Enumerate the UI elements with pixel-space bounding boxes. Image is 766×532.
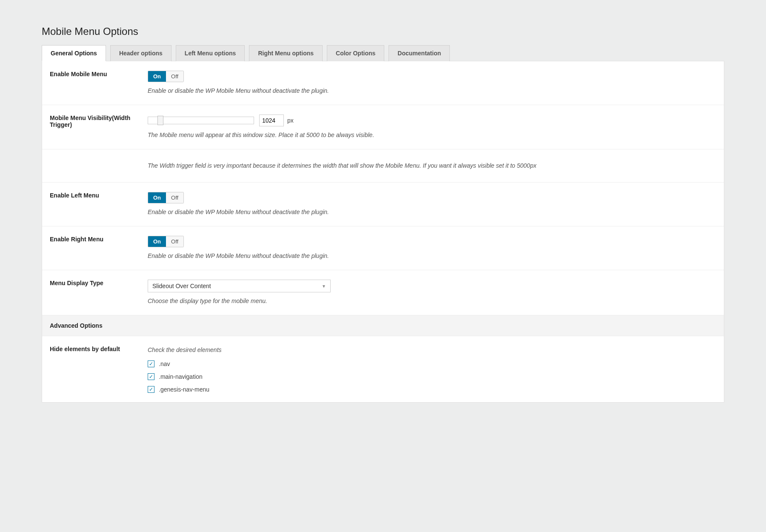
width-trigger-input[interactable] xyxy=(259,114,284,126)
desc-menu-display-type: Choose the display type for the mobile m… xyxy=(148,297,716,306)
toggle-enable-left-menu[interactable]: On Off xyxy=(148,192,184,203)
tab-color-options[interactable]: Color Options xyxy=(327,45,384,61)
field-hide-elements: Check the desired elements ✓ .nav ✓ .mai… xyxy=(148,346,716,393)
toggle-enable-mobile-menu[interactable]: On Off xyxy=(148,71,184,82)
slider-handle[interactable] xyxy=(157,116,163,125)
row-enable-left-menu: Enable Left Menu On Off Enable or disabl… xyxy=(42,183,724,226)
toggle-off[interactable]: Off xyxy=(166,236,183,247)
desc-hide-elements: Check the desired elements xyxy=(148,346,716,355)
width-trigger-slider[interactable] xyxy=(148,117,254,124)
checkbox-row-main-navigation: ✓ .main-navigation xyxy=(148,373,716,380)
field-enable-left-menu: On Off Enable or disable the WP Mobile M… xyxy=(148,192,716,217)
row-enable-right-menu: Enable Right Menu On Off Enable or disab… xyxy=(42,226,724,270)
settings-panel: Enable Mobile Menu On Off Enable or disa… xyxy=(42,61,724,403)
checkbox-label-genesis-nav-menu: .genesis-nav-menu xyxy=(159,386,209,393)
field-width-note: The Width trigger field is very importan… xyxy=(148,161,716,170)
tab-left-menu-options[interactable]: Left Menu options xyxy=(176,45,245,61)
field-enable-mobile-menu: On Off Enable or disable the WP Mobile M… xyxy=(148,71,716,95)
toggle-on[interactable]: On xyxy=(148,236,166,247)
toggle-on[interactable]: On xyxy=(148,192,166,203)
row-width-trigger: Mobile Menu Visibility(Width Trigger) px… xyxy=(42,105,724,149)
checkbox-genesis-nav-menu[interactable]: ✓ xyxy=(148,386,154,393)
tab-general-options[interactable]: General Options xyxy=(42,45,106,61)
row-enable-mobile-menu: Enable Mobile Menu On Off Enable or disa… xyxy=(42,61,724,105)
checkbox-row-nav: ✓ .nav xyxy=(148,360,716,367)
field-width-trigger: px The Mobile menu will appear at this w… xyxy=(148,114,716,140)
menu-display-type-select[interactable]: Slideout Over Content ▼ xyxy=(148,280,331,292)
checkbox-row-genesis-nav-menu: ✓ .genesis-nav-menu xyxy=(148,386,716,393)
tab-documentation[interactable]: Documentation xyxy=(389,45,450,61)
width-note-text: The Width trigger field is very importan… xyxy=(148,161,716,170)
checkbox-main-navigation[interactable]: ✓ xyxy=(148,373,154,380)
checkbox-nav[interactable]: ✓ xyxy=(148,360,154,367)
toggle-on[interactable]: On xyxy=(148,71,166,82)
label-enable-mobile-menu: Enable Mobile Menu xyxy=(50,71,148,95)
toggle-off[interactable]: Off xyxy=(166,71,183,82)
desc-enable-mobile-menu: Enable or disable the WP Mobile Menu wit… xyxy=(148,86,716,95)
checkbox-label-main-navigation: .main-navigation xyxy=(159,373,203,380)
tab-header-options[interactable]: Header options xyxy=(110,45,171,61)
label-empty xyxy=(50,161,148,170)
label-enable-left-menu: Enable Left Menu xyxy=(50,192,148,217)
page-title: Mobile Menu Options xyxy=(42,26,724,37)
row-hide-elements: Hide elements by default Check the desir… xyxy=(42,336,724,402)
field-menu-display-type: Slideout Over Content ▼ Choose the displ… xyxy=(148,280,716,306)
field-enable-right-menu: On Off Enable or disable the WP Mobile M… xyxy=(148,236,716,260)
select-value: Slideout Over Content xyxy=(152,283,211,289)
tabs-container: General Options Header options Left Menu… xyxy=(42,45,724,61)
width-trigger-unit: px xyxy=(287,117,294,124)
chevron-down-icon: ▼ xyxy=(322,284,326,289)
label-enable-right-menu: Enable Right Menu xyxy=(50,236,148,260)
label-hide-elements: Hide elements by default xyxy=(50,346,148,393)
label-menu-display-type: Menu Display Type xyxy=(50,280,148,306)
label-width-trigger: Mobile Menu Visibility(Width Trigger) xyxy=(50,114,148,140)
row-width-note: The Width trigger field is very importan… xyxy=(42,149,724,183)
toggle-off[interactable]: Off xyxy=(166,192,183,203)
tab-right-menu-options[interactable]: Right Menu options xyxy=(249,45,323,61)
row-menu-display-type: Menu Display Type Slideout Over Content … xyxy=(42,270,724,315)
toggle-enable-right-menu[interactable]: On Off xyxy=(148,236,184,247)
checkbox-label-nav: .nav xyxy=(159,360,170,367)
desc-width-trigger: The Mobile menu will appear at this wind… xyxy=(148,131,716,140)
desc-enable-left-menu: Enable or disable the WP Mobile Menu wit… xyxy=(148,208,716,217)
desc-enable-right-menu: Enable or disable the WP Mobile Menu wit… xyxy=(148,252,716,260)
advanced-options-header: Advanced Options xyxy=(42,315,724,336)
